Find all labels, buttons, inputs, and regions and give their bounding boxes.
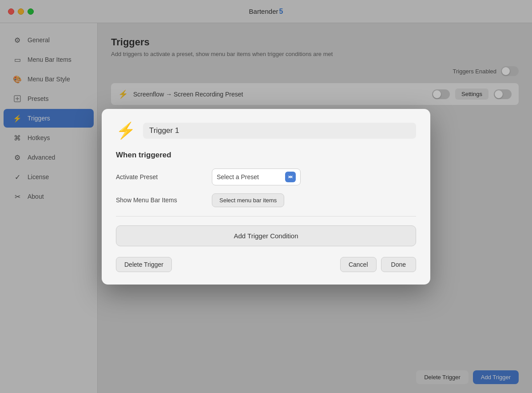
modal-overlay: ⚡ When triggered Activate Preset Select … [0,0,532,393]
add-trigger-condition-button[interactable]: Add Trigger Condition [116,225,416,246]
select-preset-text: Select a Preset [217,173,282,180]
show-menu-bar-label: Show Menu Bar Items [116,196,205,204]
modal-footer: Delete Trigger Cancel Done [116,257,416,272]
show-menu-bar-control: Select menu bar items [212,193,416,207]
select-preset-arrow-icon [285,172,296,182]
activate-preset-label: Activate Preset [116,173,205,180]
modal-footer-right: Cancel Done [340,257,416,272]
modal-done-button[interactable]: Done [381,257,416,272]
activate-preset-row: Activate Preset Select a Preset [116,168,416,185]
modal-cancel-button[interactable]: Cancel [340,257,377,272]
modal-divider [116,216,416,217]
select-menu-bar-button[interactable]: Select menu bar items [212,193,284,207]
trigger-modal: ⚡ When triggered Activate Preset Select … [102,109,430,285]
trigger-name-input[interactable] [143,123,416,139]
select-preset-dropdown[interactable]: Select a Preset [212,168,301,185]
activate-preset-control: Select a Preset [212,168,416,185]
show-menu-bar-row: Show Menu Bar Items Select menu bar item… [116,193,416,207]
modal-header: ⚡ [116,121,416,140]
when-triggered-section: When triggered Activate Preset Select a … [116,151,416,207]
section-title: When triggered [116,151,416,160]
modal-delete-trigger-button[interactable]: Delete Trigger [116,257,172,272]
modal-lightning-icon: ⚡ [116,121,136,140]
